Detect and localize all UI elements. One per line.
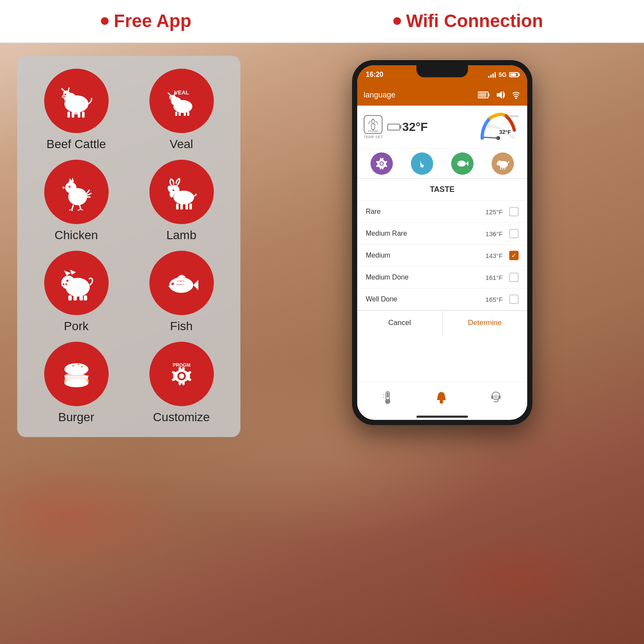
meat-item-chicken[interactable]: Chicken (28, 160, 125, 242)
meat-item-customize[interactable]: PROGM Customize (133, 342, 230, 424)
current-temp-value: 32°F (402, 120, 428, 134)
meat-item-pork[interactable]: Pork (28, 251, 125, 333)
status-time: 16:20 (366, 71, 383, 79)
svg-line-4 (68, 88, 69, 91)
svg-point-117 (494, 395, 498, 399)
bottom-bell[interactable] (434, 391, 448, 404)
meat-item-veal[interactable]: VEAL (133, 69, 230, 151)
svg-point-12 (62, 96, 64, 97)
svg-point-102 (497, 164, 498, 164)
svg-point-65 (77, 364, 80, 365)
svg-point-86 (380, 162, 383, 165)
meat-grid: Beef Cattle VEAL (28, 69, 230, 424)
svg-text:VEAL: VEAL (174, 89, 189, 96)
taste-name-medium: Medium (366, 252, 486, 259)
animal-circle-pig[interactable] (492, 152, 514, 175)
taste-row-medium[interactable]: Medium 143°F ✓ (357, 245, 527, 267)
wifi-text: Wifi Connection (406, 11, 543, 31)
beef-cattle-label: Beef Cattle (46, 137, 106, 151)
meat-item-lamb[interactable]: Lamb (133, 160, 230, 242)
cancel-button[interactable]: Cancel (357, 311, 443, 335)
temp-gauge: Current temp 32°F (478, 110, 521, 144)
animal-circle-goat[interactable] (411, 152, 433, 175)
animal-circle-progm[interactable]: PROGM (371, 152, 393, 175)
svg-rect-108 (387, 392, 389, 398)
checkbox-rare[interactable] (509, 207, 519, 216)
svg-rect-79 (371, 124, 375, 129)
svg-point-77 (515, 97, 517, 99)
status-right: 5G (488, 71, 519, 78)
taste-title: TASTE (357, 179, 527, 201)
chicken-label: Chicken (55, 228, 98, 242)
svg-point-72 (179, 374, 184, 379)
phone-notch (416, 65, 468, 77)
taste-temp-well-done: 165°F (486, 296, 503, 303)
checkbox-medium[interactable]: ✓ (509, 251, 519, 260)
header-volume-icon (496, 90, 505, 100)
taste-row-well-done[interactable]: Well Done 165°F (357, 289, 527, 310)
free-app-text: Free App (114, 11, 191, 31)
bottom-support[interactable] (489, 391, 503, 404)
customize-label: Customize (153, 410, 210, 424)
taste-temp-medium: 143°F (486, 252, 503, 259)
taste-row-medium-done[interactable]: Medium Done 161°F (357, 267, 527, 289)
taste-row-rare[interactable]: Rare 125°F (357, 201, 527, 223)
taste-temp-medium-done: 161°F (486, 274, 503, 281)
svg-point-48 (61, 281, 68, 287)
svg-point-66 (81, 366, 83, 368)
svg-point-78 (371, 120, 375, 123)
animal-icons-row: PROGM (357, 149, 527, 178)
svg-point-113 (440, 401, 443, 404)
battery-small (387, 124, 400, 131)
svg-line-81 (484, 137, 498, 138)
svg-point-101 (497, 163, 499, 165)
svg-rect-19 (179, 112, 181, 116)
svg-rect-56 (79, 295, 83, 301)
svg-marker-76 (497, 91, 502, 99)
phone-bottom-bar: °C °F (357, 382, 527, 412)
svg-point-103 (498, 164, 499, 164)
checkbox-well-done[interactable] (509, 295, 519, 304)
svg-rect-74 (488, 94, 489, 96)
svg-rect-18 (175, 112, 177, 116)
thermometer-icon: °C °F (382, 391, 394, 404)
main-content: Beef Cattle VEAL (0, 43, 644, 644)
checkbox-medium-done[interactable] (509, 273, 519, 282)
wifi-label: Wifi Connection (393, 11, 543, 31)
svg-rect-8 (82, 112, 85, 118)
svg-point-64 (72, 365, 75, 367)
bottom-thermometer[interactable]: °C °F (382, 391, 394, 404)
meat-item-beef-cattle[interactable]: Beef Cattle (28, 69, 125, 151)
header-battery-icon (478, 91, 490, 98)
svg-line-31 (69, 209, 72, 210)
svg-point-98 (458, 162, 459, 163)
checkbox-medium-rare[interactable] (509, 229, 519, 238)
svg-point-29 (69, 186, 70, 187)
svg-point-50 (65, 283, 67, 285)
taste-row-medium-rare[interactable]: Medium Rare 136°F (357, 223, 527, 245)
svg-point-69 (64, 379, 88, 387)
burger-label: Burger (58, 410, 94, 424)
meat-item-fish[interactable]: Fish (133, 251, 230, 333)
svg-point-82 (496, 136, 500, 140)
support-icon (489, 391, 503, 404)
svg-rect-21 (187, 112, 189, 116)
determine-button[interactable]: Determine (443, 311, 528, 335)
header-wifi-icon (511, 90, 521, 100)
svg-point-61 (171, 283, 174, 285)
probe-text: PROBE (368, 130, 379, 133)
svg-marker-96 (466, 161, 468, 166)
svg-rect-115 (491, 395, 493, 399)
svg-rect-20 (184, 112, 186, 116)
meat-item-burger[interactable]: Burger (28, 342, 125, 424)
svg-text:°F: °F (383, 396, 385, 399)
animal-circle-fish[interactable] (451, 152, 474, 175)
svg-point-109 (385, 399, 390, 404)
battery-fill (510, 73, 516, 76)
svg-rect-43 (185, 204, 188, 210)
svg-rect-5 (67, 112, 70, 118)
taste-name-medium-done: Medium Done (366, 273, 486, 281)
svg-point-90 (420, 163, 421, 164)
svg-rect-38 (175, 191, 181, 196)
svg-point-13 (64, 96, 65, 97)
